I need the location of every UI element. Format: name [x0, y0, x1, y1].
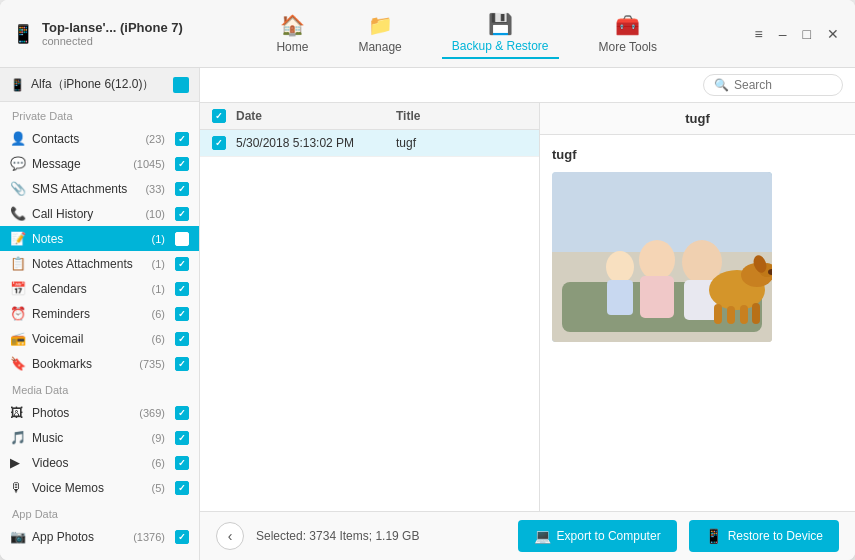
svg-rect-15	[727, 306, 735, 324]
manage-icon: 📁	[368, 13, 393, 37]
sidebar-item-calendars[interactable]: 📅 Calendars (1)	[0, 276, 199, 301]
backup-icon: 💾	[488, 12, 513, 36]
search-box[interactable]: 🔍	[703, 74, 843, 96]
restore-icon: 📱	[705, 528, 722, 544]
titlebar: 📱 Top-lanse'... (iPhone 7) connected 🏠 H…	[0, 0, 855, 68]
svg-point-7	[606, 251, 634, 283]
device-check[interactable]	[173, 77, 189, 93]
nav-tabs: 🏠 Home 📁 Manage 💾 Backup & Restore 🧰 Mor…	[183, 8, 751, 59]
preview-body: tugf	[540, 135, 855, 511]
music-check[interactable]	[175, 431, 189, 445]
preview-image	[552, 172, 772, 342]
call-check[interactable]	[175, 207, 189, 221]
header-check[interactable]	[212, 109, 226, 123]
voicemail-check[interactable]	[175, 332, 189, 346]
export-button[interactable]: 💻 Export to Computer	[518, 520, 677, 552]
message-check[interactable]	[175, 157, 189, 171]
notes-att-icon: 📋	[10, 256, 26, 271]
right-panel: 🔍 Date Title 5/30/2018 5:13	[200, 68, 855, 560]
tab-manage[interactable]: 📁 Manage	[348, 9, 411, 58]
col-date-header: Date	[236, 109, 386, 123]
voice-check[interactable]	[175, 481, 189, 495]
message-icon: 💬	[10, 156, 26, 171]
window-controls: ≡ – □ ✕	[751, 24, 843, 44]
selection-info: Selected: 3734 Items; 1.19 GB	[256, 529, 506, 543]
preview-note-title: tugf	[552, 147, 843, 162]
sidebar-item-photos[interactable]: 🖼 Photos (369)	[0, 400, 199, 425]
voice-icon: 🎙	[10, 480, 26, 495]
export-icon: 💻	[534, 528, 551, 544]
notes-icon: 📝	[10, 231, 26, 246]
sidebar-item-message[interactable]: 💬 Message (1045)	[0, 151, 199, 176]
device-icon: 📱	[10, 78, 25, 92]
sidebar-item-contacts[interactable]: 👤 Contacts (23)	[0, 126, 199, 151]
calendar-icon: 📅	[10, 281, 26, 296]
contacts-icon: 👤	[10, 131, 26, 146]
sidebar: 📱 Alfa（iPhone 6(12.0)） Private Data 👤 Co…	[0, 68, 200, 560]
bottom-bar: ‹ Selected: 3734 Items; 1.19 GB 💻 Export…	[200, 511, 855, 560]
list-panel: Date Title 5/30/2018 5:13:02 PM tugf	[200, 103, 540, 511]
device-header: 📱 Alfa（iPhone 6(12.0)）	[0, 68, 199, 102]
bookmark-icon: 🔖	[10, 356, 26, 371]
sidebar-device-label: Alfa（iPhone 6(12.0)）	[31, 76, 154, 93]
row-title: tugf	[396, 136, 527, 150]
bookmark-check[interactable]	[175, 357, 189, 371]
close-button[interactable]: ✕	[823, 24, 843, 44]
list-header: Date Title	[200, 103, 539, 130]
sidebar-item-notes-attachments[interactable]: 📋 Notes Attachments (1)	[0, 251, 199, 276]
music-icon: 🎵	[10, 430, 26, 445]
app-photos-icon: 📷	[10, 529, 26, 544]
sidebar-item-voicemail[interactable]: 📻 Voicemail (6)	[0, 326, 199, 351]
device-name: Top-lanse'... (iPhone 7)	[42, 20, 183, 35]
reminder-check[interactable]	[175, 307, 189, 321]
reminder-icon: ⏰	[10, 306, 26, 321]
svg-rect-6	[640, 276, 674, 318]
photos-icon: 🖼	[10, 405, 26, 420]
sidebar-item-notes[interactable]: 📝 Notes (1)	[0, 226, 199, 251]
app-window: 📱 Top-lanse'... (iPhone 7) connected 🏠 H…	[0, 0, 855, 560]
preview-panel: tugf tugf	[540, 103, 855, 511]
sidebar-item-videos[interactable]: ▶ Videos (6)	[0, 450, 199, 475]
sidebar-item-sms-attachments[interactable]: 📎 SMS Attachments (33)	[0, 176, 199, 201]
restore-button[interactable]: 📱 Restore to Device	[689, 520, 839, 552]
tools-icon: 🧰	[615, 13, 640, 37]
svg-rect-17	[752, 303, 760, 324]
sidebar-item-voice-memos[interactable]: 🎙 Voice Memos (5)	[0, 475, 199, 500]
sidebar-item-app-photos[interactable]: 📷 App Photos (1376)	[0, 524, 199, 549]
sms-check[interactable]	[175, 182, 189, 196]
sidebar-item-music[interactable]: 🎵 Music (9)	[0, 425, 199, 450]
notes-att-check[interactable]	[175, 257, 189, 271]
tab-home[interactable]: 🏠 Home	[266, 9, 318, 58]
search-input[interactable]	[734, 78, 832, 92]
tab-tools[interactable]: 🧰 More Tools	[589, 9, 667, 58]
connected-status: connected	[42, 35, 183, 47]
list-row[interactable]: 5/30/2018 5:13:02 PM tugf	[200, 130, 539, 157]
app-photos-check[interactable]	[175, 530, 189, 544]
voicemail-icon: 📻	[10, 331, 26, 346]
sidebar-item-reminders[interactable]: ⏰ Reminders (6)	[0, 301, 199, 326]
contacts-check[interactable]	[175, 132, 189, 146]
video-check[interactable]	[175, 456, 189, 470]
top-toolbar: 🔍	[200, 68, 855, 103]
svg-rect-8	[607, 280, 633, 315]
list-body: 5/30/2018 5:13:02 PM tugf	[200, 130, 539, 511]
col-title-header: Title	[396, 109, 527, 123]
minimize-button[interactable]: –	[775, 24, 791, 44]
calendar-check[interactable]	[175, 282, 189, 296]
svg-point-5	[639, 240, 675, 280]
svg-rect-14	[714, 304, 722, 324]
tab-backup[interactable]: 💾 Backup & Restore	[442, 8, 559, 59]
home-icon: 🏠	[280, 13, 305, 37]
main-content: 📱 Alfa（iPhone 6(12.0)） Private Data 👤 Co…	[0, 68, 855, 560]
back-button[interactable]: ‹	[216, 522, 244, 550]
sidebar-item-bookmarks[interactable]: 🔖 Bookmarks (735)	[0, 351, 199, 376]
photos-check[interactable]	[175, 406, 189, 420]
row-check[interactable]	[212, 136, 226, 150]
sidebar-item-call-history[interactable]: 📞 Call History (10)	[0, 201, 199, 226]
device-info: 📱 Top-lanse'... (iPhone 7) connected	[12, 20, 183, 47]
maximize-button[interactable]: □	[799, 24, 815, 44]
menu-button[interactable]: ≡	[751, 24, 767, 44]
section-private-label: Private Data	[0, 102, 199, 126]
notes-check[interactable]	[175, 232, 189, 246]
sms-icon: 📎	[10, 181, 26, 196]
